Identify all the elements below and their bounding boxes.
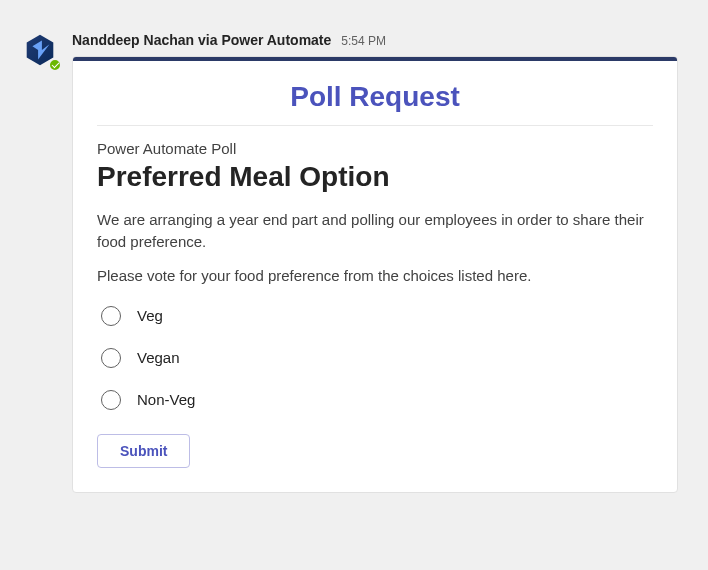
poll-option-veg[interactable]: Veg: [101, 306, 653, 326]
message-content: Nanddeep Nachan via Power Automate 5:54 …: [72, 20, 678, 550]
poll-option-nonveg[interactable]: Non-Veg: [101, 390, 653, 410]
radio-icon: [101, 390, 121, 410]
radio-icon: [101, 348, 121, 368]
radio-icon: [101, 306, 121, 326]
option-label: Non-Veg: [137, 391, 195, 408]
poll-subtitle: Power Automate Poll: [97, 140, 653, 157]
poll-question: Preferred Meal Option: [97, 161, 653, 193]
message-timestamp: 5:54 PM: [341, 34, 386, 48]
poll-title: Poll Request: [97, 81, 653, 126]
poll-options: Veg Vegan Non-Veg: [97, 306, 653, 410]
presence-available-icon: [48, 58, 62, 72]
adaptive-card: Poll Request Power Automate Poll Preferr…: [72, 56, 678, 493]
option-label: Vegan: [137, 349, 180, 366]
poll-instruction: Please vote for your food preference fro…: [97, 267, 653, 284]
option-label: Veg: [137, 307, 163, 324]
poll-option-vegan[interactable]: Vegan: [101, 348, 653, 368]
sender-name: Nanddeep Nachan via Power Automate: [72, 32, 331, 48]
submit-button[interactable]: Submit: [97, 434, 190, 468]
message-header: Nanddeep Nachan via Power Automate 5:54 …: [72, 20, 678, 56]
poll-description: We are arranging a year end part and pol…: [97, 209, 653, 253]
sender-avatar: [20, 30, 60, 70]
